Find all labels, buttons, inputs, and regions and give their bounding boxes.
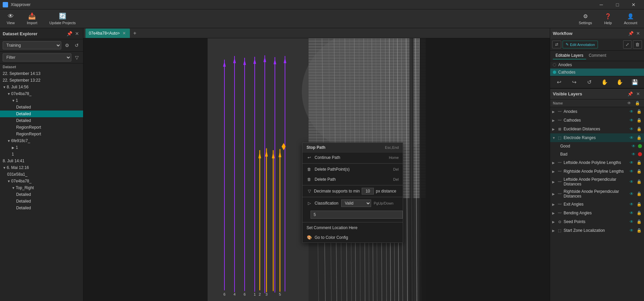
visible-close-button[interactable]: ✕ xyxy=(635,91,641,97)
vl-exit-angles-row[interactable]: ▶ 〰 Exit Angles 👁 🔒 xyxy=(550,200,644,209)
vl-leftside-anode-row[interactable]: ▶ 〰 Leftside Anode Polyline Lengths 👁 🔒 xyxy=(550,158,644,167)
filter-dropdown[interactable]: Filter xyxy=(3,53,71,61)
vl-bending-lock-button[interactable]: 🔒 xyxy=(636,210,642,216)
tab-editable-layers[interactable]: Editable Layers xyxy=(553,52,586,59)
tree-leaf-rr2[interactable]: RegionReport xyxy=(0,131,83,137)
vl-rightside-anode-lock-button[interactable]: 🔒 xyxy=(636,168,642,174)
account-button[interactable]: 👤 Account xyxy=(621,11,640,26)
delete-annotation-button[interactable]: 🗑 xyxy=(633,40,642,49)
vl-rightside-anode-eye-button[interactable]: 👁 xyxy=(629,168,635,174)
dataset-dropdown[interactable]: Training xyxy=(3,41,61,49)
tree-leaf-mai-d3[interactable]: Detailed xyxy=(0,205,83,211)
settings-button[interactable]: ⚙ Settings xyxy=(576,11,595,26)
visible-pin-button[interactable]: 📌 xyxy=(626,91,634,97)
tree-leaf-6fe-1b[interactable]: 1 xyxy=(0,151,83,158)
workflow-close-button[interactable]: ✕ xyxy=(635,30,641,37)
delete-pathpoints-item[interactable]: 🗑 Delete PathPoint(s) Del xyxy=(302,164,403,174)
edit-annotation-button[interactable]: ✎ Edit Annotation xyxy=(563,41,598,48)
tree-leaf-d1[interactable]: Detailed xyxy=(0,104,83,111)
tab-add-button[interactable]: + xyxy=(131,30,138,37)
vl-start-zone-row[interactable]: ▶ ⬚ Start Zone Localization 👁 🔒 xyxy=(550,226,644,235)
vl-leftside-anode-lock-button[interactable]: 🔒 xyxy=(636,160,642,166)
vl-leftside-anode-eye-button[interactable]: 👁 xyxy=(629,160,635,166)
vl-seed-points-eye-button[interactable]: 👁 xyxy=(629,219,635,225)
vl-cathodes-row[interactable]: ▶ 〰 Cathodes 👁 🔒 xyxy=(550,116,644,125)
open-external-button[interactable]: ⤢ xyxy=(623,40,632,49)
vl-start-zone-lock-button[interactable]: 🔒 xyxy=(636,227,642,233)
vl-bending-eye-button[interactable]: 👁 xyxy=(629,210,635,216)
tab-close-button[interactable]: ✕ xyxy=(122,31,127,36)
vl-leftside-perp-row[interactable]: ▶ 〰 Leftside Anode Perpendicular Distanc… xyxy=(550,176,644,188)
undo-button[interactable]: ↩ xyxy=(552,78,566,87)
active-tab[interactable]: 07e4ba78<Auto> ✕ xyxy=(85,29,130,38)
tree-leaf-sep-2214[interactable]: 22. September 14:13 xyxy=(0,70,83,77)
tree-leaf-sep-2213[interactable]: 22. September 13:22 xyxy=(0,77,83,84)
tree-group-jul-1456-1[interactable]: ▼1 xyxy=(0,97,83,104)
vl-seed-points-lock-button[interactable]: 🔒 xyxy=(636,219,642,225)
vl-electrode-row[interactable]: ▼ ⬚ Electrode Ranges 👁 🔒 xyxy=(550,133,644,142)
hand-left-button[interactable]: ✋ xyxy=(598,78,612,87)
tree-group-07e4ba78-auto[interactable]: ▼07e4ba78_ xyxy=(0,90,83,97)
continue-path-item[interactable]: ↩ Continue Path Home xyxy=(302,153,403,163)
view-button[interactable]: 👁 View xyxy=(4,11,17,26)
vl-leftside-perp-lock-button[interactable]: 🔒 xyxy=(636,179,642,185)
maximize-button[interactable]: □ xyxy=(610,0,625,9)
workflow-pin-button[interactable]: 📌 xyxy=(627,30,635,37)
vl-exit-angles-lock-button[interactable]: 🔒 xyxy=(636,201,642,207)
vl-cathodes-eye-button[interactable]: 👁 xyxy=(629,117,635,123)
vl-rightside-perp-row[interactable]: ▶ 〰 Rightside Anode Perpendicular Distan… xyxy=(550,188,644,200)
set-comment-item[interactable]: Set Comment Location Here xyxy=(302,223,403,232)
minimize-button[interactable]: ─ xyxy=(594,0,609,9)
canvas-area[interactable]: 6 4 6 1 2 3 5 Stop Path Esc,End xyxy=(83,38,550,301)
vl-anodes-lock-button[interactable]: 🔒 xyxy=(636,109,642,115)
filter-button[interactable]: ▽ xyxy=(73,54,80,61)
sync-button[interactable]: ⇄ xyxy=(552,41,561,48)
dataset-settings-button[interactable]: ⚙ xyxy=(63,42,71,49)
vl-bad-sub-row[interactable]: Bad 👁 xyxy=(550,150,644,158)
tree-leaf-031e58a1-auto[interactable]: 031e58a1_ xyxy=(0,171,83,178)
decimate-input[interactable] xyxy=(362,188,374,195)
vl-euclidean-row[interactable]: ▶ ⊞ Euclidean Distances 👁 🔒 xyxy=(550,125,644,133)
vl-good-eye-button[interactable]: 👁 xyxy=(631,143,637,149)
vl-cathodes-lock-button[interactable]: 🔒 xyxy=(636,117,642,123)
tree-group-6fe-1[interactable]: ▶1 xyxy=(0,144,83,151)
tree-group-6fe918c7-auto[interactable]: ▼6fe918c7_ xyxy=(0,137,83,144)
tree-leaf-d2[interactable]: Detailed xyxy=(0,111,83,117)
vl-euclidean-lock-button[interactable]: 🔒 xyxy=(636,126,642,132)
vl-start-zone-eye-button[interactable]: 👁 xyxy=(629,227,635,233)
vl-good-sub-row[interactable]: Good 👁 xyxy=(550,142,644,150)
redo-button[interactable]: ↪ xyxy=(567,78,581,87)
tree-group-07e4ba78-auto2[interactable]: ▼07e4ba78_ xyxy=(0,178,83,184)
vl-anodes-row[interactable]: ▶ 〰 Anodes 👁 🔒 xyxy=(550,107,644,116)
tree-group-mai-1216[interactable]: ▼6. Mai 12:16 xyxy=(0,164,83,171)
vl-electrode-lock-button[interactable]: 🔒 xyxy=(636,135,642,141)
update-projects-button[interactable]: 🔄 Update Projects xyxy=(47,11,78,26)
tree-leaf-rr1[interactable]: RegionReport xyxy=(0,124,83,131)
close-button[interactable]: ✕ xyxy=(626,0,641,9)
tab-comment[interactable]: Comment xyxy=(586,52,609,59)
tree-leaf-mai-d2[interactable]: Detailed xyxy=(0,198,83,205)
go-color-item[interactable]: 🎨 Go to Color Config xyxy=(302,232,403,243)
vl-euclidean-eye-button[interactable]: 👁 xyxy=(629,126,635,132)
refresh-button[interactable]: ↺ xyxy=(582,78,596,87)
vl-seed-points-row[interactable]: ▶ ⊙ Seed Points 👁 🔒 xyxy=(550,217,644,226)
vl-rightside-anode-row[interactable]: ▶ 〰 Rightside Anode Polyline Lengths 👁 🔒 xyxy=(550,167,644,176)
help-button[interactable]: ❓ Help xyxy=(602,11,615,26)
vl-anodes-eye-button[interactable]: 👁 xyxy=(629,109,635,115)
sidebar-pin-button[interactable]: 📌 xyxy=(65,30,74,37)
tree-leaf-d3[interactable]: Detailed xyxy=(0,117,83,124)
vl-leftside-perp-eye-button[interactable]: 👁 xyxy=(629,179,635,185)
layer-cathodes[interactable]: Cathodes xyxy=(550,69,644,76)
vl-rightside-perp-lock-button[interactable]: 🔒 xyxy=(636,191,642,197)
dataset-refresh-button[interactable]: ↺ xyxy=(73,42,80,49)
save-button[interactable]: 💾 xyxy=(628,78,642,87)
vl-bad-eye-button[interactable]: 👁 xyxy=(631,151,637,157)
import-button[interactable]: 📥 Import xyxy=(24,11,40,26)
vl-exit-angles-eye-button[interactable]: 👁 xyxy=(629,201,635,207)
hand-right-button[interactable]: ✋ xyxy=(613,78,627,87)
sidebar-close-button[interactable]: ✕ xyxy=(74,30,80,37)
classification-select[interactable]: Valid Invalid Undefined xyxy=(341,200,371,207)
comment-input[interactable] xyxy=(311,211,403,219)
vl-bending-row[interactable]: ▶ 〰 Bending Angles 👁 🔒 xyxy=(550,209,644,217)
tree-group-jul-1456[interactable]: ▼8. Juli 14:56 xyxy=(0,84,83,90)
